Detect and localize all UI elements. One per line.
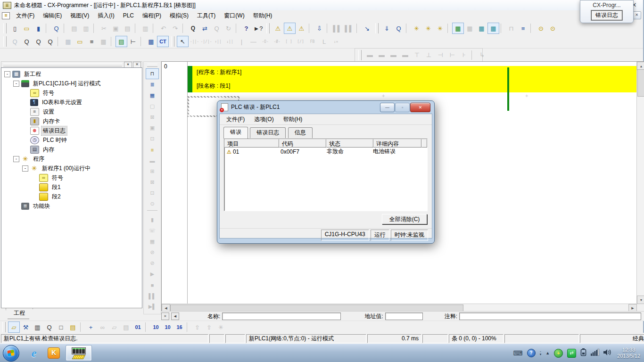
zoom-region-icon[interactable]: Q <box>21 36 33 47</box>
toolbar-grip[interactable] <box>266 23 270 33</box>
watch-window-2-icon[interactable]: ▦ <box>487 23 499 34</box>
function-block-tool-icon[interactable]: FB <box>306 36 318 47</box>
differential-trace-icon[interactable]: ⊓ <box>505 23 517 34</box>
pause-2-icon[interactable]: ▌▌ <box>146 290 159 301</box>
tree-item-function-blocks[interactable]: ≣功能块 <box>1 201 142 211</box>
menu-item-edit[interactable]: 编辑(E) <box>39 10 66 21</box>
hold-2-icon[interactable]: ⊘ <box>146 258 159 269</box>
rung-shortcut-icon[interactable]: ⊢ <box>127 36 139 47</box>
tree-item-plc-clock[interactable]: ◷PLC 时钟 <box>1 135 142 145</box>
error-table[interactable]: 项目 代码 状态 详细内容 ⚠010x00F7非致命电池错误 <box>224 139 428 211</box>
watch-dot-icon[interactable]: ⊙ <box>146 198 159 209</box>
find-report-icon[interactable]: Q <box>43 321 55 333</box>
tree-item-symbols[interactable]: ∞符号 <box>1 88 142 98</box>
vertical-scroll-thumb[interactable] <box>637 69 644 97</box>
menu-item-tools[interactable]: 工具(T) <box>193 10 220 21</box>
binary-monitor-icon[interactable]: ≡ <box>146 144 159 155</box>
toolbar-grip[interactable] <box>375 23 379 33</box>
run-mode-icon[interactable]: ✳ <box>411 23 422 34</box>
context-help-icon[interactable]: ►? <box>252 23 264 34</box>
plc-error-find-icon[interactable]: ⚠ <box>296 23 307 34</box>
language-bar-icon[interactable]: ▫ ▾ <box>540 350 542 356</box>
instruction-icon[interactable]: [ ] <box>283 36 295 47</box>
plc-error-monitor-icon[interactable]: ⚠ <box>284 23 296 34</box>
grid-icon[interactable]: ▦ <box>62 36 74 47</box>
pad-icon[interactable]: ▬ <box>146 155 159 166</box>
clear-value-icon[interactable]: ⊠ <box>146 112 159 123</box>
menu-item-insert[interactable]: 插入(I) <box>93 10 118 21</box>
fb-pad-2-icon[interactable]: ▬ <box>376 49 388 61</box>
expander-icon[interactable]: - <box>22 165 28 172</box>
tree-item-memory-card[interactable]: ▮内存卡 <box>1 116 142 126</box>
cut-icon[interactable]: ✂ <box>98 23 110 34</box>
dialog-close-button[interactable]: ✕ <box>410 103 430 112</box>
horizontal-scrollbar[interactable]: ◀ ▶ <box>162 304 637 312</box>
watch-sheet-icon[interactable]: ▱ <box>108 321 120 333</box>
step-end-icon[interactable]: ⇥ <box>146 312 159 314</box>
pv-monitor-icon[interactable]: ⊓ <box>146 68 159 79</box>
dialog-minimize-button[interactable]: — <box>380 103 395 112</box>
ct-view-icon[interactable]: CT <box>157 36 169 47</box>
save-monitor-icon[interactable]: ▮ <box>146 214 159 225</box>
copy-icon[interactable]: ▣ <box>110 23 122 34</box>
rung-branch-3-icon[interactable]: ⊣ <box>435 49 446 61</box>
security-suite-tray-icon[interactable]: + <box>554 349 563 358</box>
watch-z-icon[interactable]: ⊞ <box>146 166 159 177</box>
monitor-window-icon[interactable]: ▦ <box>452 23 464 34</box>
keyboard-tray-icon[interactable]: ⌨ <box>513 349 522 357</box>
tree-item-section-2[interactable]: 段2 <box>1 192 142 201</box>
zoom-fit-icon[interactable]: Q <box>9 36 21 47</box>
tree-item-plc-node[interactable]: -新PLC1[CJ1G-H] 运行模式 <box>1 79 142 88</box>
peek-error-log-button[interactable]: 错误日志 <box>591 10 622 20</box>
new-view-icon[interactable]: □ <box>55 321 67 333</box>
retrace-icon[interactable]: ↻ <box>223 23 234 34</box>
properties-icon[interactable]: ▤ <box>67 321 79 333</box>
hold-1-icon[interactable]: ⊘ <box>146 247 159 258</box>
expander-icon[interactable]: - <box>13 156 19 162</box>
address-ref-icon[interactable]: ▤ <box>120 321 132 333</box>
release-protect-icon[interactable]: ⊙ <box>547 23 559 34</box>
column-detail[interactable]: 详细内容 <box>373 139 421 148</box>
transfer-to-plc-icon[interactable]: ⇓ <box>381 23 393 34</box>
paste-special-icon[interactable]: ▥ <box>140 23 151 34</box>
coil-nc-icon[interactable]: -Ø- <box>271 36 283 47</box>
toolbar-grip[interactable] <box>171 36 174 47</box>
select-tool-icon[interactable]: ↖ <box>177 36 189 47</box>
panel-grip[interactable] <box>3 63 122 66</box>
sync-tool-tray-icon[interactable]: ⇄ <box>567 349 576 358</box>
plc-error-icon[interactable]: ⚠ <box>272 23 284 34</box>
cx-programmer-taskbar-button[interactable] <box>66 345 92 361</box>
new-project-icon[interactable]: ▯ <box>9 23 21 34</box>
help-tray-icon[interactable]: ? <box>527 349 536 357</box>
tree-item-io-table[interactable]: ¶IO表和单元设置 <box>1 98 142 107</box>
menu-item-file[interactable]: 文件(F) <box>12 10 39 21</box>
stop-icon[interactable]: ■ <box>146 280 159 290</box>
force-on-icon[interactable]: ▣ <box>146 123 159 133</box>
menu-item-window[interactable]: 窗口(W) <box>220 10 248 21</box>
step-next-icon[interactable]: ▶▌ <box>146 301 159 312</box>
line-delete-icon[interactable]: ↓✕ <box>330 36 342 47</box>
vertical-line-icon[interactable]: | <box>236 36 248 47</box>
line-connect-icon[interactable]: L <box>318 36 330 47</box>
vertical-scrollbar[interactable]: ▲ ▼ <box>636 62 644 304</box>
show-hidden-icons-button[interactable]: ▲ <box>545 351 550 355</box>
scroll-down-button[interactable]: ▼ <box>637 296 644 304</box>
gear-trace-icon[interactable]: ✳ <box>215 321 227 333</box>
column-status[interactable]: 状态 <box>326 139 373 148</box>
rung-comment-icon[interactable]: ▭ <box>74 36 86 47</box>
save-project-icon[interactable]: ▮ <box>33 23 44 34</box>
back-superior-icon[interactable]: ⇧ <box>191 321 203 333</box>
horizontal-line-icon[interactable]: — <box>248 36 259 47</box>
timeline-icon[interactable]: ▦ <box>146 90 159 101</box>
open-project-icon[interactable]: ▭ <box>21 23 33 34</box>
watch-check-icon[interactable]: ⊡ <box>146 188 159 198</box>
error-table-row[interactable]: ⚠010x00F7非致命电池错误 <box>224 148 427 156</box>
binary-display-icon[interactable]: 01 <box>132 321 144 333</box>
dialog-menu-help[interactable]: 帮助(H) <box>279 115 307 124</box>
fb-pad-3-icon[interactable]: ▬ <box>388 49 399 61</box>
play-icon[interactable]: ▶ <box>146 269 159 280</box>
toolbar-grip[interactable] <box>358 50 362 60</box>
exit-monitor-icon[interactable]: ↘ <box>361 23 373 34</box>
project-workspace-icon[interactable]: ▱ <box>8 321 20 333</box>
tab-error-log[interactable]: 错误日志 <box>250 127 286 138</box>
